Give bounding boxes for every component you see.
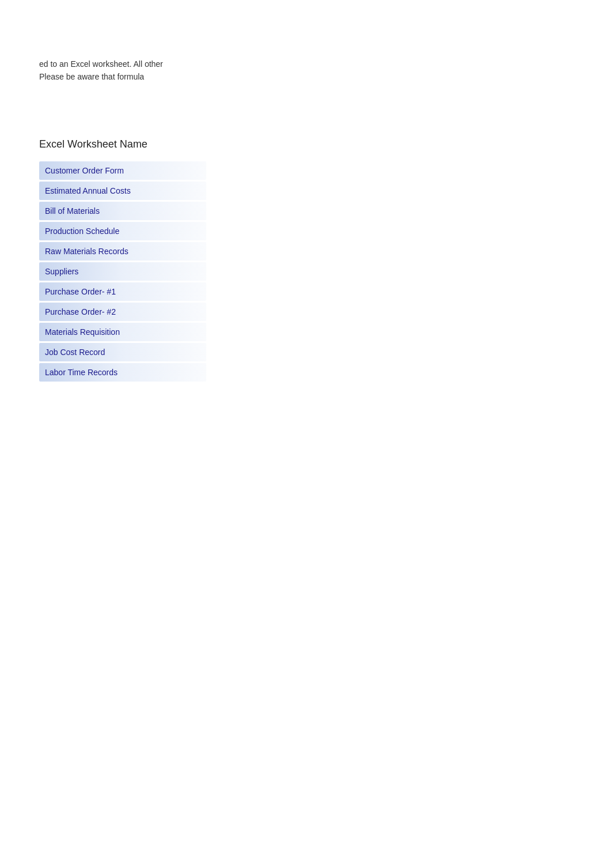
worksheet-item-3[interactable]: Production Schedule	[39, 222, 206, 240]
intro-line-1: ed to an Excel worksheet. All other	[39, 58, 163, 70]
worksheet-item-0[interactable]: Customer Order Form	[39, 161, 206, 180]
worksheet-item-6[interactable]: Purchase Order- #1	[39, 282, 206, 301]
worksheet-item-7[interactable]: Purchase Order- #2	[39, 303, 206, 321]
worksheet-item-8[interactable]: Materials Requisition	[39, 323, 206, 341]
worksheet-item-10[interactable]: Labor Time Records	[39, 363, 206, 382]
intro-text: ed to an Excel worksheet. All other Plea…	[39, 58, 163, 84]
section-heading: Excel Worksheet Name	[39, 138, 148, 150]
worksheet-item-5[interactable]: Suppliers	[39, 262, 206, 281]
worksheet-item-1[interactable]: Estimated Annual Costs	[39, 182, 206, 200]
worksheet-item-4[interactable]: Raw Materials Records	[39, 242, 206, 261]
worksheet-list: Customer Order FormEstimated Annual Cost…	[39, 161, 206, 383]
worksheet-item-2[interactable]: Bill of Materials	[39, 202, 206, 220]
worksheet-item-9[interactable]: Job Cost Record	[39, 343, 206, 361]
intro-line-2: Please be aware that formula	[39, 70, 163, 83]
